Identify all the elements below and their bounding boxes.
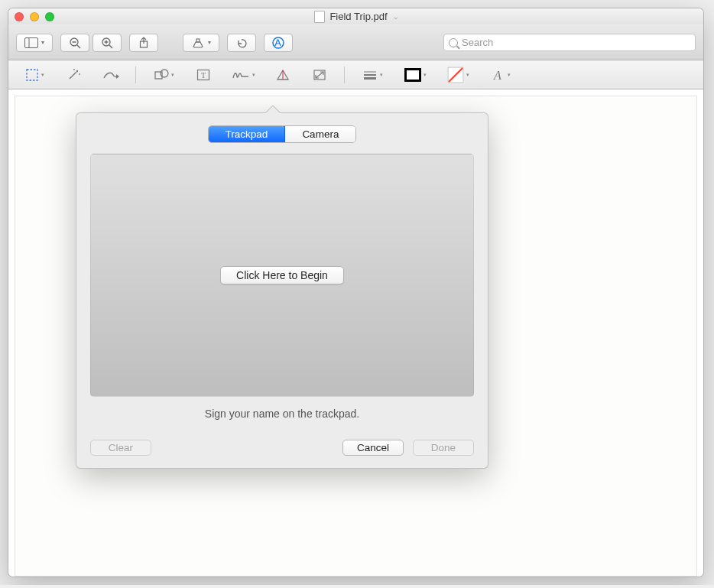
search-placeholder-text: Search — [462, 37, 493, 48]
svg-line-27 — [316, 72, 323, 78]
clear-button[interactable]: Clear — [90, 440, 151, 456]
text-style-button[interactable]: A ▾ — [485, 66, 516, 84]
rotate-icon — [235, 37, 248, 49]
line-weight-icon — [362, 70, 378, 80]
chevron-down-icon: ▾ — [252, 72, 255, 78]
chevron-down-icon: ▾ — [171, 72, 174, 78]
close-window-button[interactable] — [15, 12, 24, 21]
pdf-document-icon — [314, 11, 325, 23]
search-input[interactable]: Search — [443, 34, 696, 51]
view-mode-button[interactable]: ▾ — [16, 34, 53, 52]
svg-text:T: T — [201, 71, 206, 80]
shapes-icon — [154, 68, 169, 82]
main-toolbar: ▾ ▾ Search — [8, 25, 703, 60]
markup-icon — [271, 36, 285, 50]
markup-toolbar: ▾ ▾ T ▾ ▾ — [8, 60, 703, 89]
line-style-button[interactable]: ▾ — [357, 66, 388, 84]
selection-tool-button[interactable]: ▾ — [19, 66, 50, 84]
share-icon — [138, 37, 149, 49]
chevron-down-icon: ▾ — [41, 72, 44, 78]
zoom-out-icon — [69, 37, 81, 49]
search-icon — [449, 38, 458, 47]
prism-icon — [276, 69, 290, 81]
instant-alpha-button[interactable] — [62, 66, 86, 84]
popover-arrow — [265, 106, 280, 113]
svg-rect-0 — [25, 37, 38, 47]
signature-capture-area[interactable]: Click Here to Begin — [90, 154, 474, 397]
zoom-in-button[interactable] — [92, 34, 122, 52]
font-style-icon: A — [492, 68, 505, 82]
signature-icon — [232, 69, 250, 81]
trackpad-tab[interactable]: Trackpad — [209, 126, 285, 142]
adjust-color-button[interactable] — [271, 66, 295, 84]
cancel-button[interactable]: Cancel — [342, 440, 404, 456]
svg-marker-19 — [116, 74, 119, 79]
highlight-button[interactable]: ▾ — [183, 34, 219, 52]
document-area: Trackpad Camera Click Here to Begin Sign… — [8, 89, 703, 577]
border-swatch-icon — [404, 68, 421, 82]
border-color-button[interactable]: ▾ — [400, 66, 430, 84]
document-title-text: Field Trip.pdf — [329, 11, 387, 22]
svg-point-18 — [73, 69, 75, 70]
svg-point-17 — [79, 73, 80, 75]
signature-instruction-text: Sign your name on the trackpad. — [90, 408, 474, 420]
shapes-button[interactable]: ▾ — [148, 66, 179, 84]
svg-text:A: A — [493, 69, 501, 82]
resize-icon — [313, 69, 326, 81]
markup-toggle-button[interactable] — [264, 34, 293, 52]
chevron-down-icon: ▾ — [508, 72, 511, 78]
fill-swatch-icon — [447, 67, 464, 83]
toolbar-separator — [344, 67, 345, 83]
sidebar-icon — [24, 37, 38, 48]
signature-popover: Trackpad Camera Click Here to Begin Sign… — [76, 112, 488, 469]
zoom-window-button[interactable] — [45, 12, 54, 21]
zoom-group — [60, 34, 122, 52]
adjust-size-button[interactable] — [307, 66, 332, 84]
title-dropdown-icon[interactable]: ⌵ — [394, 13, 398, 21]
svg-marker-11 — [193, 42, 203, 47]
text-tool-button[interactable]: T — [191, 66, 216, 84]
popover-buttons: Clear Cancel Done — [90, 440, 474, 456]
toolbar-separator — [135, 67, 136, 83]
svg-line-15 — [70, 72, 76, 79]
signature-mode-segment: Trackpad Camera — [90, 125, 474, 143]
search-container: Search — [300, 34, 696, 51]
chevron-down-icon: ▾ — [41, 39, 44, 46]
camera-tab[interactable]: Camera — [284, 126, 355, 142]
titlebar: Field Trip.pdf ⌵ — [8, 8, 703, 25]
minimize-window-button[interactable] — [30, 12, 39, 21]
svg-line-3 — [77, 45, 80, 48]
sketch-icon — [102, 69, 119, 81]
highlighter-icon — [191, 37, 205, 48]
chevron-down-icon: ▾ — [424, 72, 427, 78]
svg-rect-14 — [27, 70, 37, 80]
preview-window: Field Trip.pdf ⌵ ▾ ▾ — [8, 8, 704, 577]
chevron-down-icon: ▾ — [466, 72, 469, 78]
window-controls — [15, 12, 54, 21]
zoom-out-button[interactable] — [60, 34, 89, 52]
click-to-begin-button[interactable]: Click Here to Begin — [220, 266, 344, 284]
rotate-button[interactable] — [227, 34, 256, 52]
done-button[interactable]: Done — [413, 440, 474, 456]
chevron-down-icon: ▾ — [380, 72, 383, 78]
sign-button[interactable]: ▾ — [228, 66, 258, 84]
zoom-in-icon — [101, 37, 113, 49]
fill-color-button[interactable]: ▾ — [443, 66, 473, 84]
magic-wand-icon — [67, 68, 82, 82]
svg-rect-12 — [196, 39, 200, 42]
selection-rect-icon — [25, 68, 39, 82]
svg-point-13 — [273, 37, 284, 48]
svg-line-6 — [109, 45, 112, 48]
svg-point-16 — [76, 70, 78, 71]
sketch-tool-button[interactable] — [99, 66, 123, 84]
share-button[interactable] — [129, 34, 158, 52]
window-title: Field Trip.pdf ⌵ — [8, 11, 703, 23]
text-box-icon: T — [196, 69, 210, 81]
chevron-down-icon: ▾ — [208, 39, 211, 46]
